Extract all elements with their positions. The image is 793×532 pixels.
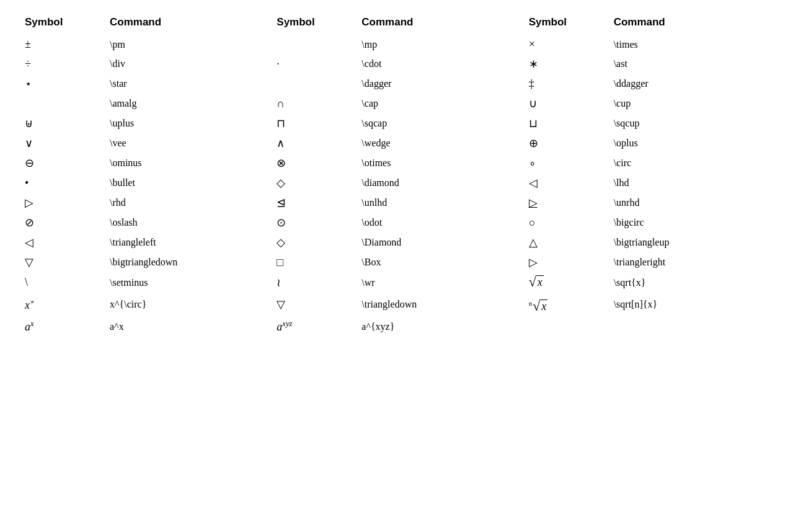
command-col3: \circ <box>608 153 774 173</box>
command-col2: a^{xyz} <box>355 316 522 337</box>
command-col1: \bigtriangledown <box>104 252 270 272</box>
command-col3: \sqrt{x} <box>608 272 774 293</box>
header-symbol-1: Symbol <box>19 12 104 35</box>
symbol-col2: ⊴ <box>270 193 355 213</box>
header-command-2: Command <box>355 12 522 35</box>
symbol-col1: ± <box>19 35 104 54</box>
table-row: ▽\bigtriangledown□\Box▷\triangleright <box>19 252 774 272</box>
symbol-col3: n√x <box>523 293 608 316</box>
header-command-1: Command <box>104 12 270 35</box>
command-col2: \unlhd <box>355 193 522 213</box>
table-row: x∘x^{\circ}▽\triangledown n√x \sqrt[n]{x… <box>19 293 774 316</box>
header-symbol-2: Symbol <box>270 12 355 35</box>
command-col2: \wedge <box>355 133 522 153</box>
symbol-col1: • <box>19 173 104 193</box>
command-col1: x^{\circ} <box>104 293 270 316</box>
table-row: •\bullet◇\diamond◁\lhd <box>19 173 774 193</box>
symbol-col3: ▷ <box>523 193 608 213</box>
command-col2: \mp <box>355 35 522 54</box>
command-col3: \oplus <box>608 133 774 153</box>
symbol-col1: ⊎ <box>19 113 104 133</box>
command-col3: \triangleright <box>608 252 774 272</box>
symbol-col3: ∗ <box>523 54 608 74</box>
command-col3: \sqcup <box>608 113 774 133</box>
table-row: ◁\triangleleft◇\Diamond△\bigtriangleup <box>19 233 774 252</box>
symbol-col1: ▽ <box>19 252 104 272</box>
command-col2: \Box <box>355 252 522 272</box>
symbol-col3: ○ <box>523 213 608 233</box>
command-col3 <box>608 316 774 337</box>
command-col2: \odot <box>355 213 522 233</box>
symbol-col3: △ <box>523 233 608 252</box>
command-col2: \cap <box>355 94 522 113</box>
command-col3: \ddagger <box>608 74 774 94</box>
symbol-col1 <box>19 94 104 113</box>
command-col2: \diamond <box>355 173 522 193</box>
table-row: ⋆\star\dagger‡\ddagger <box>19 74 774 94</box>
table-row: \\setminus≀\wr √ x \sqrt{x} <box>19 272 774 293</box>
command-col1: \setminus <box>104 272 270 293</box>
command-col3: \cup <box>608 94 774 113</box>
symbol-col3: ‡ <box>523 74 608 94</box>
symbol-col1: ⊖ <box>19 153 104 173</box>
symbol-col1: ⋆ <box>19 74 104 94</box>
symbol-col2 <box>270 74 355 94</box>
command-col1: \star <box>104 74 270 94</box>
symbol-col3 <box>523 316 608 337</box>
command-col1: \ominus <box>104 153 270 173</box>
command-col1: \uplus <box>104 113 270 133</box>
a-xyz-symbol: axyz <box>277 321 292 333</box>
header-symbol-3: Symbol <box>523 12 608 35</box>
symbol-col2: ▽ <box>270 293 355 316</box>
table-row: \amalg∩\cap∪\cup <box>19 94 774 113</box>
symbol-col1: ⊘ <box>19 213 104 233</box>
symbol-col1: ÷ <box>19 54 104 74</box>
command-col1: \amalg <box>104 94 270 113</box>
math-symbols-table: Symbol Command Symbol Command Symbol Com… <box>19 12 774 337</box>
x-circ-symbol: x∘ <box>25 299 33 311</box>
command-col2: \Diamond <box>355 233 522 252</box>
table-row: ÷\div·\cdot∗\ast <box>19 54 774 74</box>
table-row: ⊖\ominus⊗\otimes∘\circ <box>19 153 774 173</box>
symbol-col3: ∪ <box>523 94 608 113</box>
symbol-col2: ⊗ <box>270 153 355 173</box>
table-row: ▷\rhd⊴\unlhd▷\unrhd <box>19 193 774 213</box>
table-row: ±\pm\mp×\times <box>19 35 774 54</box>
command-col3: \lhd <box>608 173 774 193</box>
symbol-col3: ⊔ <box>523 113 608 133</box>
symbol-col2: □ <box>270 252 355 272</box>
command-col1: \triangleleft <box>104 233 270 252</box>
command-col3: \times <box>608 35 774 54</box>
command-col3: \sqrt[n]{x} <box>608 293 774 316</box>
symbol-col1: ◁ <box>19 233 104 252</box>
command-col3: \bigcirc <box>608 213 774 233</box>
command-col1: \div <box>104 54 270 74</box>
nth-sqrt-symbol: n√x <box>529 299 548 313</box>
symbol-col2: ⊓ <box>270 113 355 133</box>
table-row: axa^xaxyza^{xyz} <box>19 316 774 337</box>
symbol-col3: √ x <box>523 272 608 293</box>
symbol-col2: axyz <box>270 316 355 337</box>
symbol-col1: ▷ <box>19 193 104 213</box>
symbol-col1: x∘ <box>19 293 104 316</box>
command-col2: \dagger <box>355 74 522 94</box>
command-col1: a^x <box>104 316 270 337</box>
symbol-col3: ◁ <box>523 173 608 193</box>
symbol-col2: ◇ <box>270 233 355 252</box>
symbol-col2 <box>270 35 355 54</box>
symbol-col1: \ <box>19 272 104 293</box>
symbol-col2: ∩ <box>270 94 355 113</box>
command-col1: \pm <box>104 35 270 54</box>
symbol-col3: ⊕ <box>523 133 608 153</box>
command-col2: \cdot <box>355 54 522 74</box>
command-col3: \unrhd <box>608 193 774 213</box>
symbol-col1: ax <box>19 316 104 337</box>
a-x-symbol: ax <box>25 321 34 333</box>
symbol-col3: ▷ <box>523 252 608 272</box>
command-col2: \wr <box>355 272 522 293</box>
symbol-col3: ∘ <box>523 153 608 173</box>
command-col2: \triangledown <box>355 293 522 316</box>
symbol-col2: ∧ <box>270 133 355 153</box>
command-col2: \otimes <box>355 153 522 173</box>
command-col1: \rhd <box>104 193 270 213</box>
